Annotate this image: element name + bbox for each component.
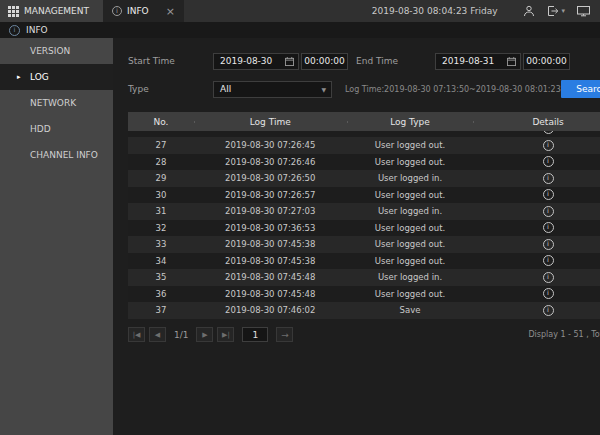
tab-info[interactable]: INFO × bbox=[103, 0, 184, 22]
details-info-icon[interactable] bbox=[543, 206, 554, 217]
details-info-icon[interactable] bbox=[543, 288, 554, 299]
details-info-icon[interactable] bbox=[543, 140, 554, 151]
details-info-icon[interactable] bbox=[543, 272, 554, 283]
dropdown-arrow-icon: ▼ bbox=[321, 86, 326, 93]
log-time: 2019-08-30 07:45:38 bbox=[194, 239, 347, 249]
monitor-icon[interactable] bbox=[577, 5, 590, 17]
log-table-row[interactable]: 37 2019-08-30 07:46:02 Save bbox=[128, 302, 600, 319]
log-no: 29 bbox=[128, 173, 194, 183]
log-time: 2019-08-30 07:45:48 bbox=[194, 272, 347, 282]
log-table-row[interactable]: 32 2019-08-30 07:36:53 User logged out. bbox=[128, 220, 600, 237]
log-details bbox=[473, 239, 600, 250]
first-page-button[interactable]: |◀ bbox=[128, 327, 145, 342]
user-icon[interactable] bbox=[523, 5, 535, 17]
details-info-icon[interactable] bbox=[543, 189, 554, 200]
log-type: User logged in. bbox=[347, 272, 474, 282]
sidebar-item-network[interactable]: NETWORK bbox=[0, 90, 113, 116]
system-datetime: 2019-08-30 08:04:23 Friday bbox=[372, 6, 498, 16]
log-table-row[interactable]: 35 2019-08-30 07:45:48 User logged in. bbox=[128, 269, 600, 286]
log-details bbox=[473, 140, 600, 151]
details-info-icon[interactable] bbox=[543, 173, 554, 184]
active-arrow-icon: ▸ bbox=[17, 73, 21, 81]
end-clock-value: 00:00:00 bbox=[526, 56, 566, 66]
last-page-button[interactable]: ▶| bbox=[217, 327, 234, 342]
topbar-right: 2019-08-30 08:04:23 Friday ▾ bbox=[372, 0, 600, 22]
sidebar-item-label: HDD bbox=[30, 124, 51, 134]
log-panel: Start Time 2019-08-30 00:00:00 End Time … bbox=[113, 38, 600, 435]
logout-icon[interactable]: ▾ bbox=[547, 5, 565, 17]
management-menu[interactable]: MANAGEMENT bbox=[0, 0, 103, 22]
caret-down-icon: ▾ bbox=[561, 7, 565, 15]
log-type: User logged in. bbox=[347, 173, 474, 183]
nvr-info-screen: MANAGEMENT INFO × 2019-08-30 08:04:23 Fr… bbox=[0, 0, 600, 435]
log-table-row[interactable]: 31 2019-08-30 07:27:03 User logged in. bbox=[128, 203, 600, 220]
details-info-icon[interactable] bbox=[543, 255, 554, 266]
log-details bbox=[473, 206, 600, 217]
tab-info-label: INFO bbox=[127, 6, 149, 16]
type-select[interactable]: All ▼ bbox=[213, 81, 332, 98]
type-label: Type bbox=[128, 84, 213, 94]
close-icon[interactable]: × bbox=[166, 6, 175, 17]
log-table-row[interactable]: 36 2019-08-30 07:45:48 User logged out. bbox=[128, 286, 600, 303]
log-type: User logged out. bbox=[347, 157, 474, 167]
log-table-row[interactable]: 27 2019-08-30 07:26:45 User logged out. bbox=[128, 137, 600, 154]
info-icon bbox=[9, 25, 20, 36]
sidebar-item-version[interactable]: VERSION bbox=[0, 38, 113, 64]
column-header-no: No. bbox=[128, 117, 194, 127]
sidebar-item-hdd[interactable]: HDD bbox=[0, 116, 113, 142]
details-info-icon[interactable] bbox=[543, 222, 554, 233]
details-info-icon[interactable] bbox=[543, 305, 554, 316]
go-to-page-button[interactable]: → bbox=[276, 327, 293, 342]
sidebar: VERSION ▸ LOG NETWORK HDD CHANNEL INFO bbox=[0, 38, 113, 435]
column-header-log-time: Log Time bbox=[194, 117, 347, 127]
next-page-button[interactable]: ▶ bbox=[196, 327, 213, 342]
sidebar-item-label: LOG bbox=[30, 72, 49, 82]
details-info-icon bbox=[543, 131, 554, 134]
start-date-input[interactable]: 2019-08-30 bbox=[213, 53, 299, 70]
log-table-body: 27 2019-08-30 07:26:45 User logged out. … bbox=[128, 137, 600, 319]
log-time: 2019-08-30 07:26:46 bbox=[194, 157, 347, 167]
end-clock-input[interactable]: 00:00:00 bbox=[523, 53, 570, 70]
sidebar-item-log[interactable]: ▸ LOG bbox=[0, 64, 113, 90]
details-info-icon[interactable] bbox=[543, 239, 554, 250]
log-type: User logged out. bbox=[347, 190, 474, 200]
time-filter-row: Start Time 2019-08-30 00:00:00 End Time … bbox=[113, 52, 600, 70]
log-table-row[interactable]: 29 2019-08-30 07:26:50 User logged in. bbox=[128, 170, 600, 187]
page-indicator: 1/1 bbox=[174, 330, 188, 340]
grid-icon bbox=[8, 6, 19, 17]
prev-page-button[interactable]: ◀ bbox=[149, 327, 166, 342]
log-no: 35 bbox=[128, 272, 194, 282]
end-date-input[interactable]: 2019-08-31 bbox=[435, 53, 521, 70]
body: VERSION ▸ LOG NETWORK HDD CHANNEL INFO S… bbox=[0, 38, 600, 435]
log-details bbox=[473, 288, 600, 299]
log-details bbox=[473, 156, 600, 167]
record-count-summary: Display 1 - 51 , Total 51 bbox=[528, 330, 600, 339]
log-details bbox=[473, 189, 600, 200]
sidebar-item-label: VERSION bbox=[30, 46, 70, 56]
log-table-row[interactable]: 30 2019-08-30 07:26:57 User logged out. bbox=[128, 187, 600, 204]
pagination-bar: |◀ ◀ 1/1 ▶ ▶| → Display 1 - 51 , Total 5… bbox=[128, 327, 600, 343]
start-date-value: 2019-08-30 bbox=[220, 56, 272, 66]
management-label: MANAGEMENT bbox=[24, 6, 89, 16]
sidebar-item-label: NETWORK bbox=[30, 98, 76, 108]
page-input[interactable] bbox=[242, 327, 268, 342]
log-table-row[interactable]: 28 2019-08-30 07:26:46 User logged out. bbox=[128, 154, 600, 171]
info-icon bbox=[112, 6, 122, 16]
search-button[interactable]: Search bbox=[561, 80, 600, 98]
log-time: 2019-08-30 07:26:45 bbox=[194, 140, 347, 150]
log-no: 30 bbox=[128, 190, 194, 200]
log-type: Save bbox=[347, 305, 474, 315]
log-type: User logged out. bbox=[347, 140, 474, 150]
calendar-icon bbox=[507, 57, 516, 66]
page-title: INFO bbox=[26, 25, 48, 35]
end-time-label: End Time bbox=[356, 56, 435, 66]
details-info-icon[interactable] bbox=[543, 156, 554, 167]
log-table-row[interactable]: 34 2019-08-30 07:45:38 User logged out. bbox=[128, 253, 600, 270]
log-no: 27 bbox=[128, 140, 194, 150]
log-details bbox=[473, 173, 600, 184]
log-table-row[interactable]: 33 2019-08-30 07:45:38 User logged out. bbox=[128, 236, 600, 253]
sidebar-item-channel-info[interactable]: CHANNEL INFO bbox=[0, 142, 113, 168]
start-clock-input[interactable]: 00:00:00 bbox=[301, 53, 348, 70]
log-no: 28 bbox=[128, 157, 194, 167]
log-type: User logged out. bbox=[347, 239, 474, 249]
